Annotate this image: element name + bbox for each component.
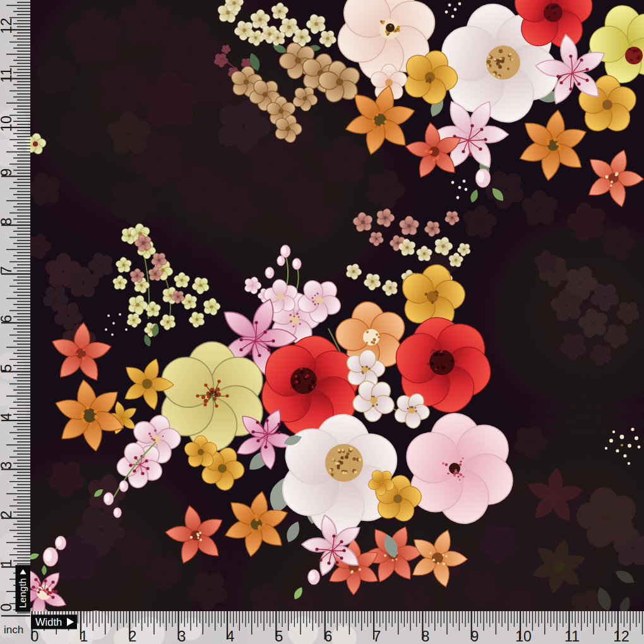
svg-text:2: 2 — [129, 628, 137, 644]
svg-text:Width: Width — [35, 616, 62, 628]
svg-text:5: 5 — [275, 628, 283, 644]
svg-text:6: 6 — [0, 315, 15, 323]
svg-text:11: 11 — [564, 628, 580, 644]
svg-text:1: 1 — [80, 628, 88, 644]
svg-text:8: 8 — [0, 218, 15, 226]
svg-text:5: 5 — [0, 364, 15, 373]
svg-text:0: 0 — [0, 604, 15, 612]
svg-text:12: 12 — [613, 628, 629, 644]
svg-text:10: 10 — [0, 116, 15, 132]
svg-text:3: 3 — [178, 628, 186, 644]
svg-text:4: 4 — [0, 412, 15, 420]
svg-text:10: 10 — [515, 628, 532, 644]
svg-text:inch: inch — [4, 624, 23, 636]
svg-text:1: 1 — [0, 559, 15, 568]
svg-text:7: 7 — [373, 628, 381, 644]
svg-text:9: 9 — [471, 628, 479, 644]
svg-text:12: 12 — [0, 18, 15, 34]
svg-text:7: 7 — [0, 266, 15, 275]
svg-text:6: 6 — [325, 628, 333, 644]
svg-text:3: 3 — [0, 462, 15, 470]
svg-text:0: 0 — [31, 628, 39, 644]
svg-text:8: 8 — [422, 628, 430, 644]
svg-text:Length: Length — [17, 578, 28, 608]
svg-text:9: 9 — [0, 169, 15, 177]
svg-text:11: 11 — [0, 68, 15, 83]
svg-text:4: 4 — [227, 628, 235, 644]
svg-text:2: 2 — [0, 511, 15, 519]
